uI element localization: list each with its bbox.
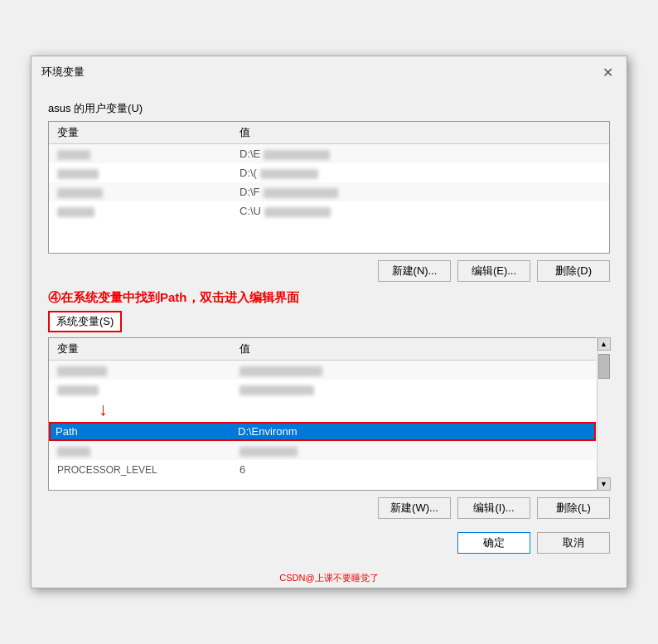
sys-table-header: 变量 值 <box>49 338 596 361</box>
user-variables-table: 变量 值 D:\E D:\( D:\F C:\U <box>48 121 610 254</box>
user-new-button[interactable]: 新建(N)... <box>378 260 451 282</box>
sys-buttons-row: 新建(W)... 编辑(I)... 删除(L) <box>48 497 610 519</box>
user-col-val-header: 值 <box>235 123 606 142</box>
user-edit-button[interactable]: 编辑(E)... <box>457 260 530 282</box>
sys-table-scrollbar[interactable]: ▲ ▼ <box>597 337 610 491</box>
path-val-cell: D:\Environm <box>233 424 594 439</box>
sys-table-row-processor[interactable]: PROCESSOR_LEVEL 6 <box>49 460 596 479</box>
footer-row: 确定 取消 <box>48 527 610 554</box>
user-table-row[interactable]: C:\U <box>49 201 609 220</box>
sys-section-label-wrapper: 系统变量(S) <box>48 311 610 337</box>
sys-table-row[interactable] <box>49 441 596 460</box>
sys-edit-button[interactable]: 编辑(I)... <box>457 497 530 519</box>
sys-col-var-header: 变量 <box>52 340 235 358</box>
arrow-container: ↓ <box>49 399 596 422</box>
annotation-text: ④在系统变量中找到Path，双击进入编辑界面 <box>48 290 610 306</box>
user-table-row[interactable]: D:\F <box>49 182 609 201</box>
sys-new-button[interactable]: 新建(W)... <box>378 497 451 519</box>
path-var-cell: Path <box>51 424 233 439</box>
title-bar: 环境变量 ✕ <box>31 56 627 86</box>
watermark: CSDN@上课不要睡觉了 <box>31 572 627 588</box>
cancel-button[interactable]: 取消 <box>537 532 610 554</box>
sys-delete-button[interactable]: 删除(L) <box>537 497 610 519</box>
dialog-title: 环境变量 <box>41 65 85 80</box>
user-table-row[interactable]: D:\E <box>49 144 609 163</box>
sys-table-wrapper: 变量 值 ↓ Path D:\En <box>48 337 610 491</box>
dialog-body: asus 的用户变量(U) 变量 值 D:\E D:\( D:\F <box>31 86 627 567</box>
user-buttons-row: 新建(N)... 编辑(E)... 删除(D) <box>48 260 610 282</box>
sys-table-row[interactable] <box>49 361 596 380</box>
processor-level-val: 6 <box>235 462 593 477</box>
sys-section-label: 系统变量(S) <box>48 311 122 332</box>
user-section-label: asus 的用户变量(U) <box>48 101 610 116</box>
sys-variables-table: 变量 值 ↓ Path D:\En <box>48 337 610 491</box>
user-col-var-header: 变量 <box>52 123 235 142</box>
close-button[interactable]: ✕ <box>598 63 617 81</box>
user-delete-button[interactable]: 删除(D) <box>537 260 610 282</box>
path-row[interactable]: Path D:\Environm <box>49 422 596 441</box>
user-table-row[interactable]: D:\( <box>49 163 609 182</box>
user-table-header: 变量 值 <box>49 122 609 144</box>
sys-table-row[interactable] <box>49 380 596 399</box>
arrow-icon: ↓ <box>99 399 108 420</box>
sys-col-val-header: 值 <box>235 340 593 358</box>
processor-level-var: PROCESSOR_LEVEL <box>52 462 235 477</box>
scroll-up-arrow[interactable]: ▲ <box>598 337 611 351</box>
scroll-down-arrow[interactable]: ▼ <box>598 477 611 491</box>
scroll-thumb[interactable] <box>598 354 610 379</box>
ok-button[interactable]: 确定 <box>457 532 530 554</box>
environment-variables-dialog: 环境变量 ✕ asus 的用户变量(U) 变量 值 D:\E D:\( <box>31 56 627 588</box>
